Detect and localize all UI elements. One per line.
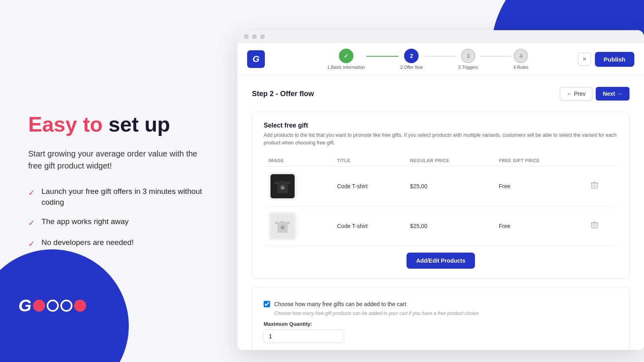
step-label-1: 1.Basic information bbox=[327, 65, 365, 70]
col-free-gift-price: FREE GIFT PRICE bbox=[494, 155, 586, 167]
product-free-1: Free bbox=[494, 166, 586, 206]
check-icon-3: ✓ bbox=[28, 238, 35, 249]
product-price-1: $25,00 bbox=[405, 166, 494, 206]
browser-dot-1 bbox=[244, 34, 249, 39]
publish-button[interactable]: Publish bbox=[595, 52, 634, 67]
table-row: ☠ Code T-shirt $25,00 Free bbox=[264, 206, 618, 246]
stepper: ✓ 1.Basic information 2 2.Offer flow 3 3… bbox=[278, 49, 578, 70]
product-free-2: Free bbox=[494, 206, 586, 246]
col-regular-price: REGULAR PRICE bbox=[405, 155, 494, 167]
logo-dot-white bbox=[47, 300, 59, 312]
products-table: IMAGE TITLE REGULAR PRICE FREE GIFT PRIC… bbox=[264, 155, 618, 246]
check-icon-2: ✓ bbox=[28, 217, 35, 228]
delete-button-2[interactable] bbox=[590, 221, 599, 231]
headline-rest: set up bbox=[103, 113, 170, 136]
product-image-2: ☠ bbox=[268, 212, 297, 240]
quantity-card: Choose how many free gifts can be added … bbox=[252, 287, 630, 350]
step-header: Step 2 - Offer flow ← Prev Next → bbox=[252, 87, 630, 101]
step-item-3: 3 3.Triggers bbox=[458, 49, 478, 70]
product-price-2: $25,00 bbox=[405, 206, 494, 246]
step-item-4: 4 4.Rules bbox=[514, 49, 528, 70]
qty-checkbox[interactable] bbox=[264, 301, 270, 307]
browser-window: G ✓ 1.Basic information 2 2.Offer flow bbox=[237, 30, 644, 350]
step-item-2: 2 2.Offer flow bbox=[400, 49, 423, 70]
feature-text-3: No developers are needed! bbox=[41, 237, 134, 248]
select-free-gift-card: Select free gift Add products to the lis… bbox=[252, 112, 630, 279]
product-title-1: Code T-shirt bbox=[332, 166, 405, 206]
max-qty-input[interactable] bbox=[264, 329, 344, 343]
step-circle-4: 4 bbox=[514, 49, 528, 63]
prev-button[interactable]: ← Prev bbox=[560, 87, 592, 101]
product-title-2: Code T-shirt bbox=[332, 206, 405, 246]
logo-area: G bbox=[12, 265, 93, 346]
subtitle: Start growing your average order value w… bbox=[28, 148, 205, 172]
add-edit-products-button[interactable]: Add/Edit Products bbox=[407, 253, 475, 269]
next-button[interactable]: Next → bbox=[596, 87, 630, 101]
svg-text:☠: ☠ bbox=[281, 186, 284, 190]
logo-text: G bbox=[19, 296, 87, 315]
browser-content: G ✓ 1.Basic information 2 2.Offer flow bbox=[237, 43, 644, 350]
app-main: Step 2 - Offer flow ← Prev Next → Select… bbox=[237, 76, 644, 350]
logo-dot-white2 bbox=[60, 300, 72, 312]
right-panel: G ✓ 1.Basic information 2 2.Offer flow bbox=[237, 30, 644, 350]
logo-circles bbox=[33, 300, 86, 312]
step-circle-3: 3 bbox=[461, 49, 475, 63]
product-image-1: ☠ bbox=[268, 172, 297, 200]
logo-circle: G bbox=[12, 265, 93, 346]
step-label-2: 2.Offer flow bbox=[400, 65, 423, 70]
step-label-4: 4.Rules bbox=[514, 65, 528, 70]
app-header: G ✓ 1.Basic information 2 2.Offer flow bbox=[237, 43, 644, 76]
svg-text:☠: ☠ bbox=[281, 226, 284, 230]
headline-to: to bbox=[77, 113, 103, 136]
step-line-2 bbox=[425, 56, 457, 57]
check-icon-1: ✓ bbox=[28, 187, 35, 198]
feature-text-2: The app works right away bbox=[41, 216, 129, 227]
qty-hint: Choose how many free gift products can b… bbox=[274, 311, 618, 316]
nav-buttons: ← Prev Next → bbox=[560, 87, 630, 101]
step-circle-1: ✓ bbox=[339, 49, 353, 63]
headline-easy: Easy bbox=[28, 113, 77, 136]
tshirt-dark-svg: ☠ bbox=[270, 174, 295, 198]
tshirt-light-svg: ☠ bbox=[270, 214, 295, 238]
col-title: TITLE bbox=[332, 155, 405, 167]
col-action bbox=[586, 155, 618, 167]
feature-list: ✓ Launch your free gift offers in 3 minu… bbox=[28, 186, 205, 249]
step-label-3: 3.Triggers bbox=[458, 65, 478, 70]
logo-dot-red bbox=[33, 300, 45, 312]
close-button[interactable]: × bbox=[578, 53, 591, 66]
headline: Easy to set up bbox=[28, 113, 205, 137]
col-image: IMAGE bbox=[264, 155, 332, 167]
step-title: Step 2 - Offer flow bbox=[252, 90, 314, 98]
left-panel: Easy to set up Start growing your averag… bbox=[0, 0, 233, 362]
app-logo-box: G bbox=[247, 50, 265, 68]
checkbox-row: Choose how many free gifts can be added … bbox=[264, 301, 618, 307]
step-line-1 bbox=[366, 56, 398, 57]
step-circle-2: 2 bbox=[404, 49, 419, 63]
qty-checkbox-label[interactable]: Choose how many free gifts can be added … bbox=[274, 301, 406, 307]
step-item-1: ✓ 1.Basic information bbox=[327, 49, 365, 70]
trash-icon-2 bbox=[590, 221, 599, 229]
header-actions: × Publish bbox=[578, 52, 634, 67]
browser-topbar bbox=[237, 30, 644, 43]
trash-icon-1 bbox=[590, 181, 599, 189]
logo-dot-pink bbox=[74, 300, 86, 312]
feature-text-1: Launch your free gift offers in 3 minute… bbox=[41, 186, 205, 208]
feature-item-1: ✓ Launch your free gift offers in 3 minu… bbox=[28, 186, 205, 208]
table-row: ☠ Code T-shirt $25,00 Free bbox=[264, 166, 618, 206]
feature-item-3: ✓ No developers are needed! bbox=[28, 237, 205, 249]
browser-dot-3 bbox=[260, 34, 265, 39]
step-line-3 bbox=[480, 56, 512, 57]
section-card-title: Select free gift bbox=[264, 122, 618, 129]
section-card-desc: Add products to the list that you want t… bbox=[264, 132, 618, 147]
delete-button-1[interactable] bbox=[590, 181, 599, 191]
browser-dot-2 bbox=[252, 34, 257, 39]
logo-g-letter: G bbox=[19, 296, 32, 315]
max-qty-label: Maximum Quantity: bbox=[264, 321, 618, 327]
feature-item-2: ✓ The app works right away bbox=[28, 216, 205, 228]
